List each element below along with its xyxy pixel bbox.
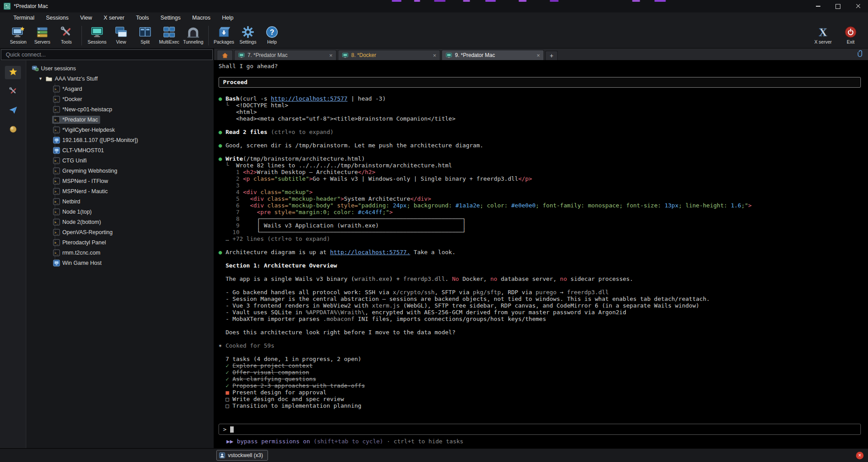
terminal-text: - MobaXTerm importer parses [219,316,323,322]
toolbar-packages-button[interactable]: Packages [212,24,236,45]
toolbar-split-button[interactable]: Split [133,24,157,45]
session-icon [12,25,25,39]
toolbar-session-label: Session [10,39,26,45]
menu-tools[interactable]: Tools [136,15,149,21]
terminal-text: Write [222,155,243,162]
terminal-text: ■ [219,389,232,396]
menu-help[interactable]: Help [222,15,234,21]
terminal-text: <!DOCTYPE html> [236,102,288,109]
close-button[interactable] [848,0,868,12]
menu-terminal[interactable]: Terminal [13,15,34,21]
terminal-blank-line [219,282,862,289]
minimize-button[interactable] [808,0,828,12]
close-icon [856,4,861,9]
terminal-line: ∗ Cooked for 59s [219,342,862,349]
terminal-blank-line [219,336,862,342]
terminal-line: └ Wrote 82 lines to ../../../../tmp/brai… [219,162,862,169]
terminal-line: <html> [219,109,862,115]
new-tab-button[interactable]: + [545,51,558,60]
terminal-link[interactable]: http://localhost:57577. [330,249,410,255]
terminal-blank-line [219,269,862,276]
window-title: *Predator Mac [14,3,48,9]
session-item-inner: >_*Predator Mac [52,116,100,124]
terminal-text: 3 [219,182,243,189]
terminal-text: (WebGL), SFTP tree sidebar, RDP canvas, … [400,302,699,309]
session-item-inner: CLT-VMHOST01 [52,146,106,154]
tree-folder[interactable]: ▾AAA Vantz's Stuff [26,73,214,84]
terminal-text: wraith.exe [354,276,389,282]
tab-close-icon[interactable]: × [536,53,540,58]
session-item-inner: >_*VigilCyber-Helpdesk [52,126,117,134]
tab-close-icon[interactable]: × [433,53,436,58]
screen-icon [342,52,349,59]
strip-sessions-star-button[interactable] [5,66,21,79]
top-screen-artifact [632,0,640,2]
terminal-text: ┌───────────────────────────────────────… [243,215,466,222]
toolbar-servers-button[interactable]: Servers [30,24,54,45]
terminal-text: □ [219,396,232,402]
strip-games-button[interactable] [5,123,21,137]
terminal-text: 1 [219,169,243,175]
menu-view[interactable]: View [80,15,92,21]
terminal-session-icon: >_ [53,106,60,113]
terminal-link[interactable]: http://localhost:57577 [271,95,347,102]
session-item-label: CLT-VMHOST01 [62,147,104,154]
toolbar-tools-button[interactable]: Tools [54,24,78,45]
terminal-line: ● Write(/tmp/brainstorm/architecture.htm… [219,155,862,162]
chevron-down-icon[interactable]: ▾ [38,76,43,81]
terminal-session-icon: >_ [53,126,60,134]
terminal[interactable]: Shall I go ahead? Proceed ● Bash(curl -s… [214,60,868,448]
terminal-text: ✓ [219,362,232,369]
games-icon [8,125,18,136]
toolbar-view-label: View [116,39,126,45]
tab-close-icon[interactable]: × [329,53,333,58]
tree-root-user-sessions[interactable]: User sessions [26,63,214,73]
terminal-text: </p> [518,175,532,182]
toolbar-multiexec-button[interactable]: MultiExec [157,24,181,45]
tab-home[interactable] [217,50,233,60]
toolbar-view-button[interactable]: View [109,24,133,45]
toolbar-xserver-button[interactable]: XX server [811,24,835,45]
terminal-line: □ Write design doc and spec review [219,396,862,402]
macros-icon [8,105,18,117]
menu-macros[interactable]: Macros [192,15,211,21]
terminal-text: INI files, imports connections/groups/ho… [354,316,546,322]
toolbar-settings-button[interactable]: Settings [236,24,260,45]
tab-9-predator-mac[interactable]: 9. *Predator Mac× [442,50,544,60]
menu-settings[interactable]: Settings [161,15,181,21]
terminal-session-icon: >_ [53,239,60,246]
toolbar-exit-button[interactable]: Exit [839,24,863,45]
toolbar-help-button[interactable]: ?Help [260,24,284,45]
terminal-text: 1.6 [731,202,741,209]
terminal-scrollback: Shall I go ahead? Proceed ● Bash(curl -s… [219,63,862,409]
toolbar-tunneling-button[interactable]: Tunneling [181,24,205,45]
menu-x-server[interactable]: X server [104,15,125,21]
maximize-button[interactable] [828,0,848,12]
user-sessions-label: vstockwell (x3) [228,452,263,458]
terminal-text: "subtitle" [274,175,309,182]
terminal-text: Shall I go ahead? [219,63,278,69]
toolbar-sessions-label: Sessions [88,39,107,45]
computer-group-icon [32,65,39,72]
quick-connect-input[interactable] [1,49,213,60]
tab-7-predator-mac[interactable]: 7. *Predator Mac× [234,50,337,60]
terminal-text: ;" [382,209,389,215]
terminal-line: - Session Manager is the central abstrac… [219,296,862,302]
toolbar-sessions-button[interactable]: Sessions [85,24,109,45]
terminal-text: Explore project context [232,362,312,369]
terminal-session-icon: >_ [53,178,60,185]
terminal-text: "mockup" [281,189,309,195]
session-item-label: Win Game Host [62,260,101,266]
strip-macros-button[interactable] [5,104,21,118]
tab-label: 7. *Predator Mac [247,52,326,58]
terminal-input[interactable]: > [219,424,861,435]
bottom-close-button[interactable]: × [856,452,864,459]
terminal-line: 2 <p class="subtitle">Go + Wails v3 | Wi… [219,175,862,182]
menu-sessions[interactable]: Sessions [46,15,69,21]
terminal-blank-line [219,322,862,329]
strip-tools-button[interactable] [5,85,21,98]
toolbar-session-button[interactable]: Session [6,24,30,45]
user-sessions-button[interactable]: vstockwell (x3) [216,450,268,461]
tab-8-docker[interactable]: 8. *Docker× [338,50,440,60]
terminal-text: freerdp3.dll [403,276,445,282]
